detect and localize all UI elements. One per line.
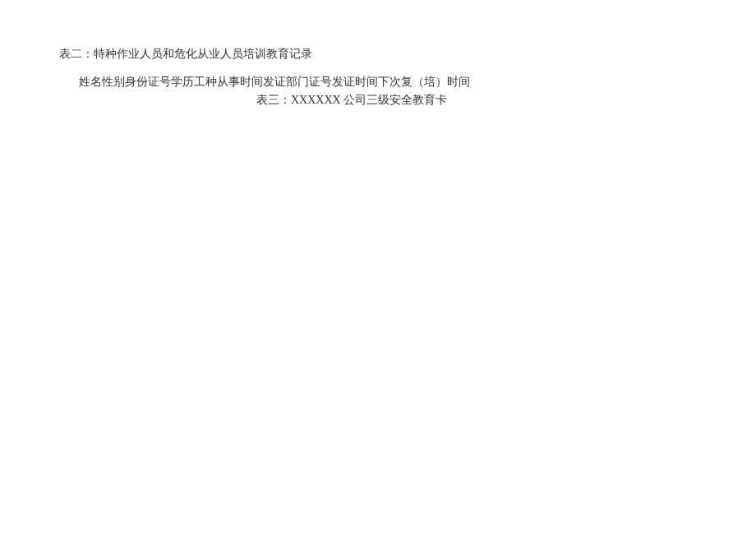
table-two-headers: 姓名性别身份证号学历工种从事时间发证部门证号发证时间下次复（培）时间 <box>59 75 756 90</box>
table-two-title: 表二：特种作业人员和危化从业人员培训教育记录 <box>59 47 756 62</box>
table-three-title: 表三：XXXXXX 公司三级安全教育卡 <box>59 93 756 108</box>
